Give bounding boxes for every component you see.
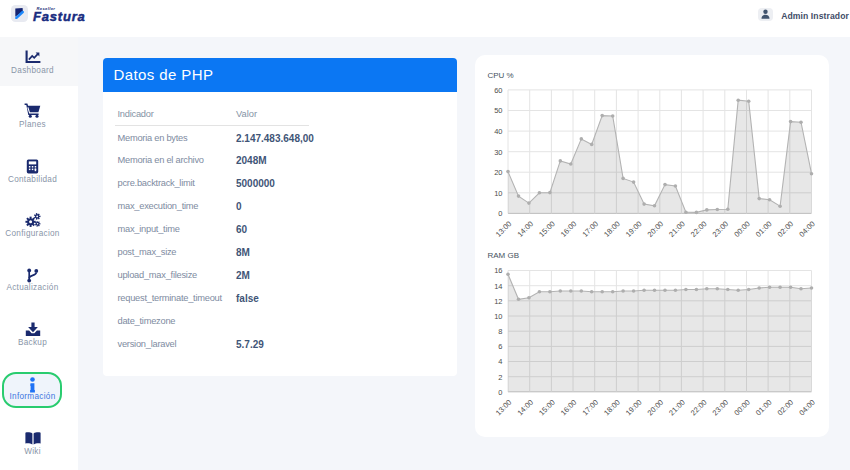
svg-text:02:00: 02:00	[775, 220, 795, 240]
svg-text:19:00: 19:00	[623, 398, 643, 418]
svg-text:8: 8	[498, 327, 502, 336]
svg-text:16:00: 16:00	[558, 220, 578, 240]
svg-text:17:00: 17:00	[580, 398, 600, 418]
svg-text:50: 50	[494, 107, 502, 116]
svg-text:01:00: 01:00	[753, 398, 773, 418]
svg-text:40: 40	[494, 127, 502, 136]
svg-text:CPU %: CPU %	[487, 71, 513, 80]
svg-text:12: 12	[494, 297, 502, 306]
svg-text:14:00: 14:00	[515, 398, 535, 418]
svg-text:22:00: 22:00	[688, 220, 708, 240]
svg-text:20:00: 20:00	[645, 220, 665, 240]
svg-text:22:00: 22:00	[688, 398, 708, 418]
svg-text:20:00: 20:00	[645, 398, 665, 418]
svg-text:4: 4	[498, 358, 502, 367]
svg-text:17:00: 17:00	[580, 220, 600, 240]
svg-text:0: 0	[498, 388, 502, 397]
svg-text:6: 6	[498, 342, 502, 351]
svg-text:14:00: 14:00	[515, 220, 535, 240]
svg-text:23:00: 23:00	[710, 220, 730, 240]
svg-text:10: 10	[494, 312, 502, 321]
svg-text:15:00: 15:00	[537, 220, 557, 240]
svg-text:01:00: 01:00	[753, 220, 773, 240]
svg-text:2: 2	[498, 373, 502, 382]
svg-text:02:00: 02:00	[775, 398, 795, 418]
svg-text:13:00: 13:00	[493, 220, 513, 240]
svg-text:13:00: 13:00	[493, 398, 513, 418]
svg-text:23:00: 23:00	[710, 398, 730, 418]
svg-text:14: 14	[494, 282, 502, 291]
svg-text:20: 20	[494, 168, 502, 177]
svg-text:04:00: 04:00	[797, 220, 817, 240]
svg-text:RAM GB: RAM GB	[487, 251, 519, 260]
svg-text:60: 60	[494, 86, 502, 95]
svg-text:21:00: 21:00	[667, 220, 687, 240]
svg-text:19:00: 19:00	[623, 220, 643, 240]
svg-text:00:00: 00:00	[732, 220, 752, 240]
svg-text:16:00: 16:00	[558, 398, 578, 418]
svg-text:30: 30	[494, 148, 502, 157]
svg-text:15:00: 15:00	[537, 398, 557, 418]
svg-text:04:00: 04:00	[797, 398, 817, 418]
svg-text:00:00: 00:00	[732, 398, 752, 418]
svg-text:18:00: 18:00	[602, 220, 622, 240]
svg-text:0: 0	[498, 209, 502, 218]
svg-text:16: 16	[494, 267, 502, 276]
svg-text:18:00: 18:00	[602, 398, 622, 418]
svg-text:21:00: 21:00	[667, 398, 687, 418]
svg-text:10: 10	[494, 189, 502, 198]
